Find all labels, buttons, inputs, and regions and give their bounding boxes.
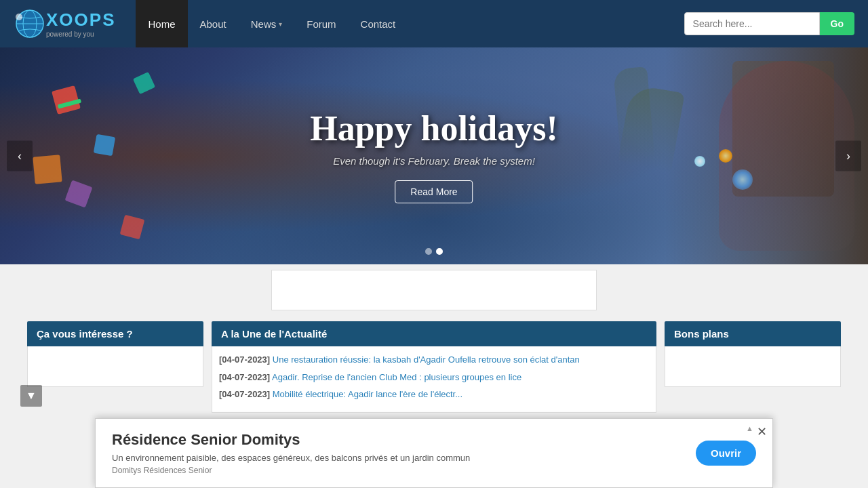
- logo-globe-icon: [14, 7, 46, 40]
- news-item-1: [04-07-2023] Une restauration réussie: l…: [219, 353, 649, 367]
- carousel-dot-2[interactable]: [436, 248, 443, 255]
- hero-carousel: Happy holidays! Even though it's Februar…: [0, 47, 868, 264]
- scroll-down-button[interactable]: ▼: [20, 385, 42, 407]
- news-item-3: [04-07-2023] Mobilité électrique: Agadir…: [219, 388, 649, 401]
- carousel-next-button[interactable]: ›: [835, 141, 861, 171]
- news-item-2: [04-07-2023] Agadir. Reprise de l'ancien…: [219, 371, 649, 384]
- news-link-1[interactable]: Une restauration réussie: la kasbah d'Ag…: [273, 354, 580, 365]
- news-link-2[interactable]: Agadir. Reprise de l'ancien Club Med : p…: [272, 372, 521, 382]
- logo[interactable]: XOOPS powered by you: [14, 7, 115, 40]
- nav-menu: Home About News ▾ Forum Contact: [136, 0, 684, 47]
- three-columns: Ça vous intéresse ? A la Une de l'Actual…: [27, 321, 841, 413]
- nav-item-news[interactable]: News ▾: [239, 0, 295, 47]
- hero-content: Happy holidays! Even though it's Februar…: [310, 108, 558, 203]
- ad-corner-icon: ▲: [746, 424, 753, 426]
- hero-title: Happy holidays!: [310, 108, 558, 148]
- search-input[interactable]: [684, 12, 820, 35]
- news-dropdown-icon: ▾: [279, 20, 282, 28]
- navbar: XOOPS powered by you Home About News ▾ F…: [0, 0, 868, 47]
- left-section-body: [27, 346, 203, 387]
- hero-read-more-button[interactable]: Read More: [395, 180, 473, 203]
- search-button[interactable]: Go: [820, 12, 854, 35]
- carousel-dots: [425, 248, 443, 255]
- center-column: A la Une de l'Actualité [04-07-2023] Une…: [212, 321, 656, 413]
- nav-item-about[interactable]: About: [188, 0, 239, 47]
- right-section-header: Bons plans: [665, 321, 841, 346]
- right-column: Bons plans: [665, 321, 841, 413]
- nav-item-contact[interactable]: Contact: [349, 0, 408, 47]
- ad-close-button[interactable]: ✕: [757, 424, 767, 426]
- logo-name: XOOPS: [46, 9, 115, 30]
- ad-overlay: Résidence Senior Domitys Un environnemen…: [95, 418, 773, 426]
- logo-text: XOOPS powered by you: [46, 9, 115, 38]
- logo-tagline: powered by you: [46, 30, 115, 38]
- news-link-3[interactable]: Mobilité électrique: Agadir lance l'ère …: [273, 389, 462, 399]
- ad-strip: [0, 264, 868, 316]
- ad-placeholder: [271, 270, 597, 310]
- carousel-prev-button[interactable]: ‹: [7, 141, 33, 171]
- news-date-2: [04-07-2023]: [219, 372, 270, 382]
- left-section-header: Ça vous intéresse ?: [27, 321, 203, 346]
- right-section-body: [665, 346, 841, 387]
- nav-item-forum[interactable]: Forum: [294, 0, 348, 47]
- svg-point-3: [16, 14, 22, 20]
- search-area: Go: [684, 12, 854, 35]
- news-date-1: [04-07-2023]: [219, 354, 270, 365]
- hero-subtitle: Even though it's February. Break the sys…: [310, 155, 558, 167]
- left-column: Ça vous intéresse ?: [27, 321, 203, 413]
- nav-item-home[interactable]: Home: [136, 0, 187, 47]
- center-section-header: A la Une de l'Actualité: [212, 321, 656, 346]
- center-section-body: [04-07-2023] Une restauration réussie: l…: [212, 346, 656, 413]
- news-date-3: [04-07-2023]: [219, 389, 270, 399]
- carousel-dot-1[interactable]: [425, 248, 432, 255]
